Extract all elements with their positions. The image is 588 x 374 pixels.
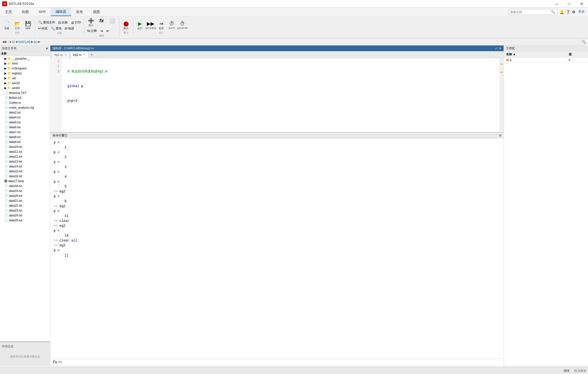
tree-item-data23[interactable]: 📄data23.txt xyxy=(0,208,50,213)
tree-item-data17[interactable]: 🖼data17.bmp xyxy=(0,179,50,183)
menu-publish[interactable]: 发布 xyxy=(71,8,88,16)
cmd-line: p = xyxy=(54,160,500,165)
print-button[interactable]: 🖨 打印 xyxy=(69,20,82,25)
tree-item-data11[interactable]: 📄data11.txt xyxy=(0,149,50,154)
menu-editor[interactable]: 编辑器 xyxy=(51,8,71,16)
tree-item-data7[interactable]: 📄data7.txt xyxy=(0,130,50,134)
tree-item-data4[interactable]: 📄data4.txt xyxy=(0,115,50,120)
tree-item-data10[interactable]: 📄data10.txt xyxy=(0,144,50,149)
ws-col-name[interactable]: 名称 ▲ xyxy=(504,51,566,57)
editor-scrollbar[interactable] xyxy=(500,58,504,132)
tree-item-data9[interactable]: 📄data9.txt xyxy=(0,139,50,144)
run-advance-button[interactable]: ▶▶ 运行并前进 xyxy=(145,20,156,31)
run-section-button[interactable]: ⏱ 运行节 xyxy=(167,20,177,31)
tree-item-data20[interactable]: 📄data20.txt xyxy=(0,193,50,198)
zoom-button[interactable]: ⇄ 缩进 xyxy=(63,26,75,31)
run-time-button[interactable]: ⏱ 运行并计时 xyxy=(177,20,188,31)
tree-item-data19[interactable]: 📄data19.txt xyxy=(0,188,50,193)
minimize-button[interactable]: — xyxy=(550,0,563,8)
help-icon[interactable]: ❓ xyxy=(566,10,570,14)
menu-view[interactable]: 视图 xyxy=(88,8,105,16)
tree-item-win32[interactable]: ▶ 📁 win32 xyxy=(0,81,50,85)
tab-eg1[interactable]: eg1.m ✕ xyxy=(51,51,70,58)
search-input[interactable] xyxy=(510,10,551,14)
indent-more-button[interactable]: ⇥ xyxy=(99,28,105,34)
tree-item-registry[interactable]: ▶ 📁 registry xyxy=(0,71,50,76)
tree-item-data12[interactable]: 📄data12.txt xyxy=(0,154,50,159)
close-button[interactable]: ✕ xyxy=(575,0,588,8)
find-file-button[interactable]: 🔍 查找文件 xyxy=(37,20,56,25)
indent-less-icon: ⇤ xyxy=(106,29,109,33)
tree-item-data6[interactable]: 📄data6.txt xyxy=(0,125,50,130)
tree-item-data2[interactable]: 📄data2.txt xyxy=(0,110,50,115)
tree-item-data25[interactable]: 📄data25.txt xyxy=(0,218,50,223)
cmd-expand-icon[interactable]: ⊙ xyxy=(499,134,501,137)
path-search-icon[interactable]: 🔍 xyxy=(581,40,586,44)
code-editor[interactable]: % 将这段代码复制进eg2.m global p p=p+3 xyxy=(61,58,500,132)
nav-up-icon[interactable]: ↑ xyxy=(8,40,9,44)
tree-item-data18[interactable]: 📄data18.txt xyxy=(0,183,50,188)
goto-button[interactable]: ↩ 转至 xyxy=(37,26,49,31)
comment-button[interactable]: % 注释 xyxy=(86,28,98,34)
file-panel: 当前文件夹 ▼ 名称 ▶ 📁 __pycache__ ▶ 📁 html ▶ 📁 … xyxy=(0,45,50,366)
notification-icon[interactable]: 🔔 xyxy=(559,10,564,14)
tree-item-crash[interactable]: 📄 crash_analyzer.cfg xyxy=(0,105,50,110)
cmd-line: p = xyxy=(54,228,500,233)
tree-item-america[interactable]: 📄 America.TXT xyxy=(0,90,50,95)
insert-button[interactable]: ➕ 插入 xyxy=(86,17,96,28)
settings-icon[interactable]: ⚙ xyxy=(572,10,575,14)
compare-button[interactable]: ⚖ 比较 xyxy=(57,20,69,25)
menu-plot[interactable]: 绘图 xyxy=(17,8,34,16)
find-file-icon: 🔍 xyxy=(38,20,42,24)
new-button[interactable]: 📄 新建 xyxy=(2,20,12,31)
tree-item-data24[interactable]: 📄data24.txt xyxy=(0,213,50,218)
editor-close-icon[interactable]: ✕ xyxy=(499,47,501,50)
indent-less-button[interactable]: ⇤ xyxy=(105,28,111,34)
tree-item-data21[interactable]: 📄data21.txt xyxy=(0,198,50,203)
tree-item-pycache[interactable]: ▶ 📁 __pycache__ xyxy=(0,56,50,61)
tree-item-codes[interactable]: 📄 Codes.m xyxy=(0,100,50,105)
cmd-content[interactable]: p = 1 p = 2 p = 3 p = 4 p = 5 >> eg2 p =… xyxy=(50,139,504,359)
tree-item-data14[interactable]: 📄data14.txt xyxy=(0,164,50,169)
login-button[interactable]: 登录 xyxy=(577,10,586,14)
file-panel-menu-icon[interactable]: ▼ xyxy=(45,47,48,50)
cmd-line: [] xyxy=(54,253,500,258)
path-bin[interactable]: bin xyxy=(34,40,38,44)
path-matlab[interactable]: MATLAB xyxy=(19,40,31,44)
tab-eg2[interactable]: eg2.m ✕ xyxy=(70,51,89,58)
tree-item-data15[interactable]: 📄data15.txt xyxy=(0,169,50,174)
step-button[interactable]: ⇒ 前进 xyxy=(156,20,166,31)
tree-item-m3iregistry[interactable]: ▶ 📁 m3iregistry xyxy=(0,66,50,71)
cmd-input[interactable] xyxy=(63,360,501,364)
tree-item-data16[interactable]: 📄data16.txt xyxy=(0,174,50,179)
find-button[interactable]: 🔍 查找 xyxy=(49,26,63,31)
tree-item-data13[interactable]: 📄data13.txt xyxy=(0,159,50,164)
breakpoint-button[interactable]: ⬤ 断点 xyxy=(121,20,131,31)
path-d[interactable]: D: xyxy=(13,40,16,44)
run-button[interactable]: ▶ 运行 xyxy=(135,20,145,31)
tree-item-win64[interactable]: ▶ 📁 win64 xyxy=(0,85,50,90)
menu-app[interactable]: APP xyxy=(34,8,51,16)
tree-item-data22[interactable]: 📄data22.txt xyxy=(0,203,50,208)
tree-item-data8[interactable]: 📄data8.txt xyxy=(0,134,50,139)
workspace-row-p[interactable]: ▦ p // xyxy=(504,57,588,62)
maximize-button[interactable]: □ xyxy=(563,0,575,8)
open-button[interactable]: 📂 打开 xyxy=(12,20,23,31)
tree-item-data5[interactable]: 📄data5.txt xyxy=(0,120,50,125)
tree-item-british[interactable]: 📄 British.txt xyxy=(0,95,50,100)
toolbar-file-section: 📄 新建 📂 打开 💾 保存 文件 xyxy=(0,20,35,35)
tree-item-util[interactable]: ▶ 📁 util xyxy=(0,76,50,81)
save-button[interactable]: 💾 保存 xyxy=(23,20,33,31)
fx-button[interactable]: fx xyxy=(96,17,107,28)
file-panel-header: 当前文件夹 ▼ xyxy=(0,45,50,51)
add-tab-button[interactable]: + xyxy=(89,51,95,58)
nav-forward-icon[interactable]: ▶ xyxy=(5,40,7,44)
menu-home[interactable]: 主页 xyxy=(0,8,17,16)
ws-col-value[interactable]: 值 xyxy=(566,51,588,57)
nav-back-icon[interactable]: ◀ xyxy=(2,40,4,44)
tree-item-html[interactable]: ▶ 📁 html xyxy=(0,61,50,66)
format-button[interactable]: ⬜ xyxy=(107,17,117,28)
close-tab-eg1[interactable]: ✕ xyxy=(65,53,67,56)
close-tab-eg2[interactable]: ✕ xyxy=(83,53,85,56)
editor-undock-icon[interactable]: ⤢ xyxy=(495,47,498,50)
